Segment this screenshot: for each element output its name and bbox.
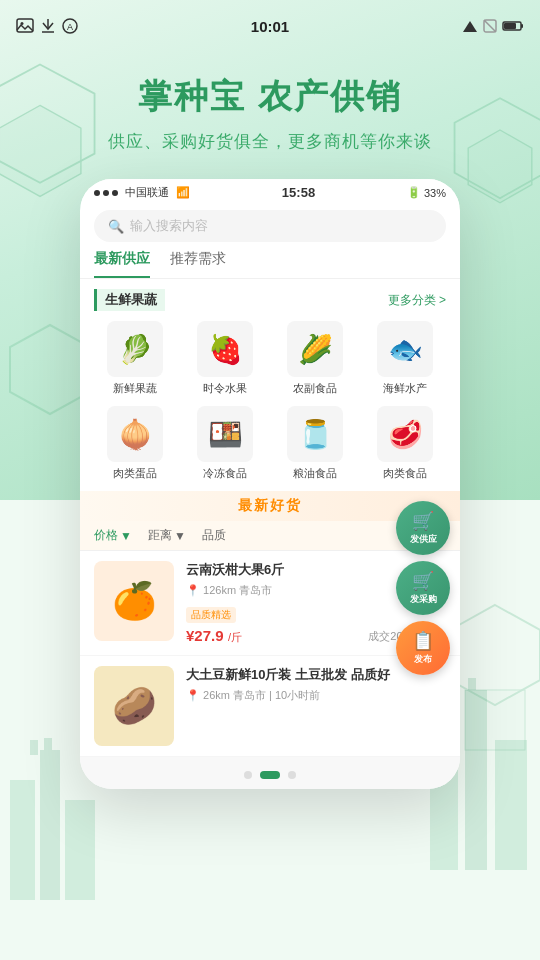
category-grid-row2: 🧅 肉类蛋品 🍱 冷冻食品 🫙 粮油食品 🥩 肉类食品	[94, 406, 446, 481]
hero-subtitle: 供应、采购好货俱全，更多商机等你来谈	[20, 130, 520, 153]
fab-publish-icon: 📋	[412, 630, 434, 652]
category-item-7[interactable]: 🥩 肉类食品	[364, 406, 446, 481]
filter-price[interactable]: 价格 ▼	[94, 527, 132, 544]
category-label-1: 时令水果	[203, 381, 247, 396]
category-item-6[interactable]: 🫙 粮油食品	[274, 406, 356, 481]
category-label-4: 肉类蛋品	[113, 466, 157, 481]
hero-section: 掌种宝 农产供销 供应、采购好货俱全，更多商机等你来谈	[0, 44, 540, 169]
filter-quality-label: 品质	[202, 527, 226, 544]
svg-rect-26	[521, 24, 523, 28]
search-bar[interactable]: 🔍 输入搜索内容	[94, 210, 446, 242]
phone-status-bar: 中国联通 📶 15:58 🔋 33%	[80, 179, 460, 204]
dot-2[interactable]	[288, 771, 296, 779]
svg-rect-27	[504, 23, 516, 29]
location-text-0: 126km 青岛市	[203, 584, 272, 596]
fab-buy-label: 发采购	[410, 593, 437, 606]
filter-distance-label: 距离	[148, 527, 172, 544]
fab-supply-icon: 🛒	[412, 510, 434, 532]
category-label-7: 肉类食品	[383, 466, 427, 481]
phone-tabs: 最新供应 推荐需求	[80, 250, 460, 279]
category-item-4[interactable]: 🧅 肉类蛋品	[94, 406, 176, 481]
location-text-1: 26km 青岛市 | 10小时前	[203, 689, 320, 701]
category-item-1[interactable]: 🍓 时令水果	[184, 321, 266, 396]
category-grid-row1: 🥬 新鲜果蔬 🍓 时令水果 🌽 农副食品 🐟 海鲜水产	[94, 321, 446, 396]
category-item-3[interactable]: 🐟 海鲜水产	[364, 321, 446, 396]
category-item-0[interactable]: 🥬 新鲜果蔬	[94, 321, 176, 396]
filter-quality[interactable]: 品质	[202, 527, 226, 544]
tab-demand[interactable]: 推荐需求	[170, 250, 226, 278]
product-image-1: 🥔	[94, 666, 174, 746]
dot-0[interactable]	[244, 771, 252, 779]
phone-wifi-icon: 📶	[176, 186, 190, 199]
search-icon: 🔍	[108, 219, 124, 234]
category-icon-5: 🍱	[197, 406, 253, 462]
phone-battery-text: 33%	[424, 187, 446, 199]
status-bar: A 10:01	[0, 0, 540, 44]
product-card-0[interactable]: 🍊 云南沃柑大果6斤 📍 126km 青岛市 品质精选 ¥27.9 /斤 成交2…	[80, 551, 460, 656]
filter-price-label: 价格	[94, 527, 118, 544]
category-label-0: 新鲜果蔬	[113, 381, 157, 396]
svg-rect-9	[65, 800, 95, 900]
svg-marker-22	[463, 21, 477, 32]
sim-icon	[482, 19, 498, 33]
category-label-2: 农副食品	[293, 381, 337, 396]
search-placeholder: 输入搜索内容	[130, 217, 208, 235]
filter-distance[interactable]: 距离 ▼	[148, 527, 186, 544]
tab-supply[interactable]: 最新供应	[94, 250, 150, 278]
category-icon-4: 🧅	[107, 406, 163, 462]
svg-text:A: A	[67, 22, 73, 32]
category-item-5[interactable]: 🍱 冷冻食品	[184, 406, 266, 481]
category-label-6: 粮油食品	[293, 466, 337, 481]
price-value-0: ¥27.9	[186, 627, 224, 644]
phone-signal-area: 中国联通 📶	[94, 185, 190, 200]
battery-icon	[502, 20, 524, 32]
location-icon-0: 📍	[186, 584, 200, 596]
signal-dot-3	[112, 190, 118, 196]
image-icon	[16, 18, 34, 34]
download-icon	[40, 18, 56, 34]
hero-title: 掌种宝 农产供销	[20, 74, 520, 120]
fab-buy-button[interactable]: 🛒 发采购	[396, 561, 450, 615]
filter-price-arrow: ▼	[120, 529, 132, 543]
category-more-link[interactable]: 更多分类 >	[388, 292, 446, 309]
phone-battery-area: 🔋 33%	[407, 186, 446, 199]
dot-1[interactable]	[260, 771, 280, 779]
status-icons-right	[462, 19, 524, 33]
category-header: 生鲜果蔬 更多分类 >	[94, 289, 446, 311]
location-icon-1: 📍	[186, 689, 200, 701]
signal-icon	[462, 19, 478, 33]
category-icon-2: 🌽	[287, 321, 343, 377]
phone-time: 15:58	[282, 185, 315, 200]
signal-dot-1	[94, 190, 100, 196]
status-icons-left: A	[16, 18, 78, 34]
signal-dot-2	[103, 190, 109, 196]
category-title: 生鲜果蔬	[94, 289, 165, 311]
category-section: 生鲜果蔬 更多分类 > 🥬 新鲜果蔬 🍓 时令水果 🌽 农副食品 🐟	[80, 279, 460, 481]
product-image-0: 🍊	[94, 561, 174, 641]
product-location-1: 📍 26km 青岛市 | 10小时前	[186, 688, 446, 703]
main-content: 掌种宝 农产供销 供应、采购好货俱全，更多商机等你来谈 中国联通 📶 15:58…	[0, 44, 540, 789]
category-icon-1: 🍓	[197, 321, 253, 377]
phone-battery-icon: 🔋	[407, 186, 421, 199]
phone-carrier: 中国联通	[125, 185, 169, 200]
category-label-3: 海鲜水产	[383, 381, 427, 396]
product-section: 最新好货 价格 ▼ 距离 ▼ 品质 🍊 云南	[80, 491, 460, 757]
category-item-2[interactable]: 🌽 农副食品	[274, 321, 356, 396]
svg-rect-7	[10, 780, 35, 900]
fab-supply-label: 发供应	[410, 533, 437, 546]
category-icon-0: 🥬	[107, 321, 163, 377]
fab-publish-button[interactable]: 📋 发布	[396, 621, 450, 675]
filter-distance-arrow: ▼	[174, 529, 186, 543]
dots-indicator	[80, 757, 460, 789]
product-info-1: 大土豆新鲜10斤装 土豆批发 品质好 📍 26km 青岛市 | 10小时前	[186, 666, 446, 746]
product-banner-text: 最新好货	[94, 497, 446, 515]
fab-buy-icon: 🛒	[412, 570, 434, 592]
app-icon: A	[62, 18, 78, 34]
category-icon-7: 🥩	[377, 406, 433, 462]
category-icon-3: 🐟	[377, 321, 433, 377]
phone-mockup: 中国联通 📶 15:58 🔋 33% 🔍 输入搜索内容 最新供应 推荐需求 生鲜…	[80, 179, 460, 789]
status-time: 10:01	[251, 18, 289, 35]
fab-supply-button[interactable]: 🛒 发供应	[396, 501, 450, 555]
category-label-5: 冷冻食品	[203, 466, 247, 481]
fab-container: 🛒 发供应 🛒 发采购 📋 发布	[396, 501, 450, 675]
